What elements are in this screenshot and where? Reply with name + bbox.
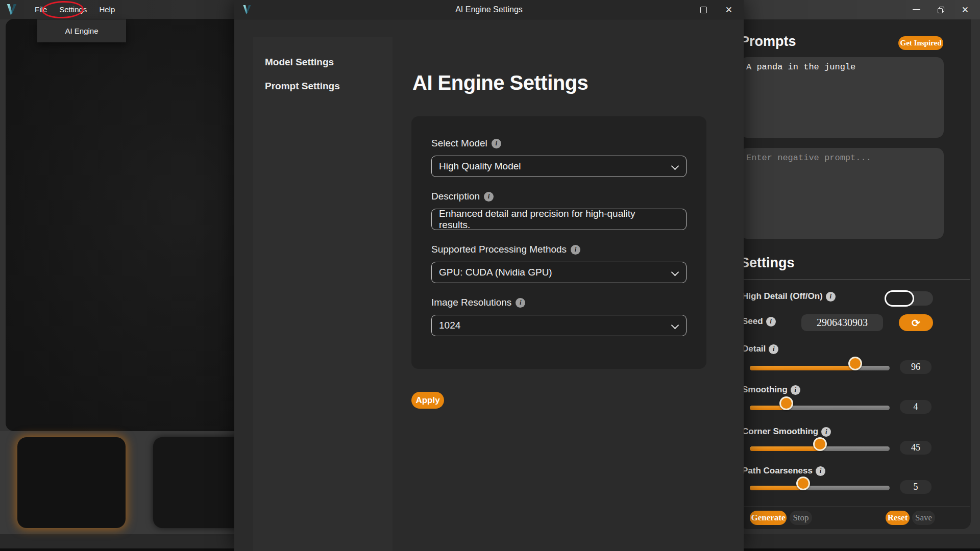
dialog-title: AI Engine Settings — [234, 5, 744, 14]
chevron-down-icon — [671, 162, 679, 170]
menu-item-ai-engine[interactable]: AI Engine — [65, 27, 98, 35]
reset-button[interactable]: Reset — [886, 511, 910, 525]
slider-knob[interactable] — [796, 477, 810, 490]
menu-help[interactable]: Help — [93, 0, 121, 19]
slider-knob[interactable] — [813, 437, 827, 451]
detail-slider[interactable] — [750, 361, 890, 375]
smoothing-label: Smoothingi — [742, 385, 800, 395]
divider — [739, 279, 970, 280]
get-inspired-button[interactable]: Get Inspired — [898, 36, 943, 50]
model-select[interactable]: High Quality Model — [431, 156, 687, 177]
prompt-input[interactable]: A panda in the jungle — [740, 57, 944, 138]
processing-select[interactable]: GPU: CUDA (Nvidia GPU) — [431, 262, 687, 283]
seed-refresh-button[interactable]: ⟳ — [899, 314, 933, 331]
close-icon[interactable]: ✕ — [962, 6, 969, 14]
app-logo-icon — [6, 4, 17, 16]
detail-value: 96 — [900, 360, 932, 374]
corner-smoothing-value: 45 — [900, 441, 932, 455]
app-window: File Settings Help ✕ AI Engine Prompts G… — [0, 0, 980, 551]
refresh-icon: ⟳ — [912, 317, 920, 329]
divider — [739, 507, 970, 507]
info-icon[interactable]: i — [769, 344, 778, 354]
info-icon[interactable]: i — [816, 466, 825, 476]
image-resolutions-label: Image Resolutions i — [431, 297, 687, 308]
path-coarseness-label: Path Coarsenessi — [742, 466, 825, 476]
settings-menu-dropdown: AI Engine — [37, 19, 126, 42]
sidebar-item-prompt-settings[interactable]: Prompt Settings — [265, 81, 393, 92]
processing-methods-label: Supported Processing Methods i — [431, 244, 687, 255]
detail-label: Detaili — [742, 344, 778, 354]
dialog-window-controls: ✕ — [700, 0, 744, 19]
info-icon[interactable]: i — [516, 298, 525, 308]
save-button[interactable]: Save — [912, 511, 935, 525]
chevron-down-icon — [671, 268, 679, 277]
info-icon[interactable]: i — [826, 292, 836, 302]
smoothing-slider[interactable] — [750, 401, 890, 415]
restore-icon[interactable] — [938, 7, 944, 13]
stop-button[interactable]: Stop — [790, 511, 812, 525]
apply-button[interactable]: Apply — [411, 392, 444, 409]
description-field[interactable]: Enhanced detail and precision for high-q… — [431, 209, 687, 230]
info-icon[interactable]: i — [791, 385, 800, 395]
info-icon[interactable]: i — [821, 427, 831, 437]
smoothing-value: 4 — [900, 400, 932, 414]
info-icon[interactable]: i — [571, 245, 580, 255]
path-coarseness-slider[interactable] — [750, 481, 890, 495]
info-icon[interactable]: i — [484, 192, 494, 202]
description-label: Description i — [431, 191, 687, 202]
thumbnail-selected[interactable] — [17, 437, 126, 528]
corner-smoothing-slider[interactable] — [750, 442, 890, 456]
slider-knob[interactable] — [848, 357, 862, 370]
prompts-heading: Prompts — [740, 34, 796, 49]
dialog-sidebar: Model Settings Prompt Settings — [253, 37, 393, 551]
select-model-label: Select Model i — [431, 138, 687, 149]
seed-input[interactable]: 2906430903 — [801, 314, 883, 331]
resolution-select[interactable]: 1024 — [431, 315, 687, 336]
corner-smoothing-label: Corner Smoothingi — [742, 427, 831, 437]
generation-panel: Prompts Get Inspired A panda in the jung… — [739, 19, 971, 529]
dialog-titlebar[interactable]: AI Engine Settings ✕ — [234, 0, 744, 19]
ai-engine-settings-dialog: AI Engine Settings ✕ Model Settings Prom… — [234, 0, 744, 551]
window-controls: ✕ — [913, 0, 980, 19]
dialog-heading: AI Engine Settings — [412, 71, 588, 94]
model-settings-card: Select Model i High Quality Model Descri… — [411, 116, 706, 369]
info-icon[interactable]: i — [766, 317, 776, 327]
maximize-icon[interactable] — [700, 7, 707, 13]
chevron-down-icon — [671, 321, 679, 330]
sidebar-item-model-settings[interactable]: Model Settings — [265, 57, 393, 68]
close-icon[interactable]: ✕ — [725, 6, 732, 14]
settings-heading: Settings — [740, 255, 795, 271]
minimize-icon[interactable] — [913, 9, 920, 10]
negative-prompt-input[interactable] — [740, 148, 944, 239]
info-icon[interactable]: i — [492, 139, 501, 148]
toggle-knob[interactable] — [885, 290, 914, 307]
high-detail-toggle[interactable] — [886, 291, 933, 306]
path-coarseness-value: 5 — [900, 480, 932, 494]
seed-label: Seed i — [742, 316, 776, 327]
generate-button[interactable]: Generate — [750, 511, 787, 525]
high-detail-label: High Detail (Off/On) i — [742, 291, 836, 302]
